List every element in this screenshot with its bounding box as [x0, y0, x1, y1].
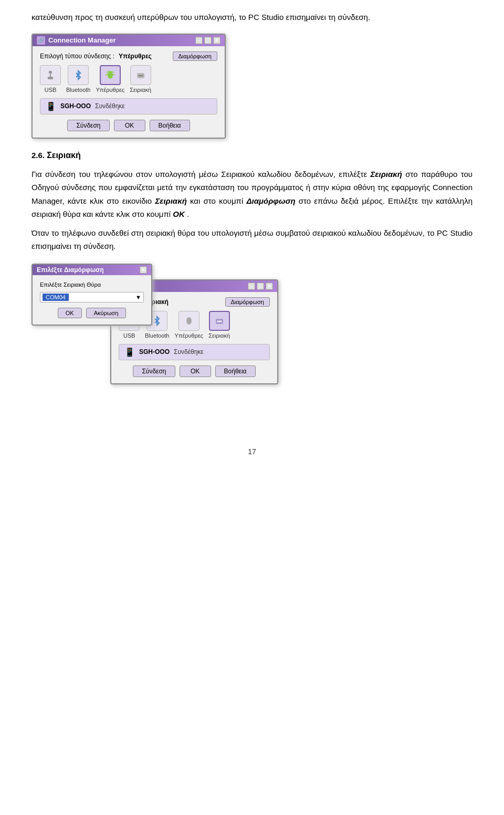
connection-manager-window-1: 🔗 Connection Manager – □ ✕ Επιλογή τύπου… [32, 34, 226, 139]
minimize-btn-2[interactable]: – [248, 283, 255, 290]
device-row-1: 📱 SGH-OOO Συνδέθηκε [40, 98, 217, 114]
dialog-combo[interactable]: COM04 ▼ [40, 292, 144, 302]
section-title: Σειριακή [47, 151, 81, 160]
section-number: 2.6. [32, 151, 45, 160]
infrared-icon-item-2[interactable]: Υπέρυθρες [174, 311, 203, 339]
window-body-1: Επιλογή τύπου σύνδεσης : Υπέρυθρες Διαμό… [33, 46, 225, 138]
dialog-buttons: ΟΚ Ακύρωση [40, 308, 144, 318]
dialog-window: Επιλέξτε Διαμόρφωση ✕ Επιλέξτε Σειριακή … [32, 264, 152, 326]
svg-point-11 [186, 317, 192, 325]
dialog-titlebar: Επιλέξτε Διαμόρφωση ✕ [33, 265, 151, 275]
configure-btn-1[interactable]: Διαμόρφωση [173, 51, 218, 61]
ok-btn-2[interactable]: ΟΚ [180, 365, 211, 377]
window-controls-1: – □ ✕ [195, 37, 220, 44]
screenshot-container-1: 🔗 Connection Manager – □ ✕ Επιλογή τύπου… [32, 34, 472, 139]
serial-icon-item-1[interactable]: Σειριακή [130, 65, 151, 93]
section-text1: Για σύνδεση του τηλεφώνου στον υπολογιστ… [32, 170, 367, 179]
section-word1: Σειριακή [371, 170, 402, 179]
connection-value-1: Υπέρυθρες [119, 53, 152, 60]
svg-point-3 [108, 71, 113, 79]
infrared-icon-item-1[interactable]: Υπέρυθρες [96, 65, 124, 93]
dialog-ok-btn[interactable]: ΟΚ [58, 308, 82, 318]
svg-point-7 [141, 75, 143, 76]
device-icon-2: 📱 [124, 347, 135, 357]
svg-point-5 [138, 75, 140, 76]
svg-point-14 [218, 320, 220, 322]
dialog-close-btn[interactable]: ✕ [140, 266, 147, 274]
infrared-icon-2[interactable] [178, 311, 200, 331]
svg-rect-2 [48, 77, 53, 79]
serial-icon-2[interactable] [209, 311, 230, 331]
titlebar-left-1: 🔗 Connection Manager [37, 36, 116, 45]
usb-icon-item-1[interactable]: USB [40, 65, 61, 93]
bottom-buttons-2: Σύνδεση ΟΚ Βοήθεια [119, 365, 270, 377]
intro-text: κατεύθυνση προς τη συσκευή υπερύθρων του… [32, 13, 370, 22]
svg-point-15 [220, 320, 222, 322]
connection-icons-row-1: USB Bluetooth Υπέρυθρες [40, 65, 217, 93]
device-name-1: SGH-OOO [60, 102, 91, 110]
device-status-1: Συνδέθηκε [95, 102, 125, 110]
screenshot-container-2: Επιλέξτε Διαμόρφωση ✕ Επιλέξτε Σειριακή … [32, 264, 472, 426]
usb-label-1: USB [45, 87, 57, 93]
device-name-2: SGH-OOO [139, 348, 170, 356]
dialog-cancel-btn[interactable]: Ακύρωση [86, 308, 127, 318]
dialog-combo-value[interactable]: COM04 [43, 294, 69, 301]
maximize-btn-2[interactable]: □ [257, 283, 264, 290]
svg-rect-0 [49, 71, 52, 74]
usb-icon-1[interactable] [40, 65, 61, 85]
svg-point-6 [140, 75, 141, 76]
infrared-label-1: Υπέρυθρες [96, 87, 124, 93]
connect-btn-1[interactable]: Σύνδεση [67, 120, 109, 131]
device-row-2: 📱 SGH-OOO Συνδέθηκε [119, 344, 270, 360]
bluetooth-icon-item-1[interactable]: Bluetooth [66, 65, 90, 93]
serial-label-1: Σειριακή [130, 87, 151, 93]
section-heading: 2.6. Σειριακή [32, 148, 472, 162]
section-text6: Όταν το τηλέφωνο συνδεθεί στη σειριακή θ… [32, 228, 472, 251]
device-icon-1: 📱 [46, 101, 56, 111]
infrared-label-2: Υπέρυθρες [174, 332, 203, 339]
device-status-2: Συνδέθηκε [174, 348, 204, 356]
window-icon-1: 🔗 [37, 36, 45, 45]
help-btn-2[interactable]: Βοήθεια [215, 365, 256, 377]
section-word3: Διαμόρφωση [247, 196, 296, 205]
dialog-title: Επιλέξτε Διαμόρφωση [37, 266, 104, 274]
dialog-label: Επιλέξτε Σειριακή Θύρα [40, 281, 144, 288]
window-title-1: Connection Manager [48, 36, 116, 44]
connection-type-row-1: Επιλογή τύπου σύνδεσης : Υπέρυθρες Διαμό… [40, 51, 217, 61]
close-btn-2[interactable]: ✕ [266, 283, 273, 290]
titlebar-1: 🔗 Connection Manager – □ ✕ [33, 35, 225, 46]
bluetooth-label-2: Bluetooth [145, 332, 169, 339]
bluetooth-icon-1[interactable] [68, 65, 89, 85]
connect-btn-2[interactable]: Σύνδεση [133, 365, 175, 377]
connection-label-1: Επιλογή τύπου σύνδεσης : [40, 53, 114, 60]
configure-btn-2[interactable]: Διαμόρφωση [225, 297, 270, 307]
page-number: 17 [32, 447, 472, 456]
usb-label-2: USB [123, 332, 135, 339]
section-closing: Όταν το τηλέφωνο συνδεθεί στη σειριακή θ… [32, 226, 472, 253]
svg-point-13 [217, 320, 218, 322]
infrared-icon-1[interactable] [100, 65, 121, 85]
section-text5: . [187, 210, 189, 218]
section-word2: Σειριακή [155, 196, 186, 205]
ok-btn-1[interactable]: ΟΚ [114, 120, 145, 131]
serial-label-2: Σειριακή [208, 332, 230, 339]
maximize-btn-1[interactable]: □ [204, 37, 212, 44]
bottom-buttons-1: Σύνδεση ΟΚ Βοήθεια [40, 120, 217, 131]
close-btn-1[interactable]: ✕ [213, 37, 220, 44]
minimize-btn-1[interactable]: – [195, 37, 203, 44]
section-text3: και στο κουμπί [190, 196, 243, 205]
help-btn-1[interactable]: Βοήθεια [150, 120, 190, 131]
dialog-body: Επιλέξτε Σειριακή Θύρα COM04 ▼ ΟΚ Ακύρωσ… [33, 275, 151, 325]
serial-icon-1[interactable] [130, 65, 151, 85]
section-word4: ΟΚ [173, 210, 185, 218]
bluetooth-label-1: Bluetooth [66, 87, 90, 93]
section-body: Για σύνδεση του τηλεφώνου στον υπολογιστ… [32, 168, 472, 221]
serial-icon-item-2[interactable]: Σειριακή [208, 311, 230, 339]
page-number-text: 17 [248, 447, 256, 456]
intro-paragraph: κατεύθυνση προς τη συσκευή υπερύθρων του… [32, 11, 472, 24]
window-controls-2: – □ ✕ [248, 283, 273, 290]
combo-arrow-icon[interactable]: ▼ [135, 294, 141, 300]
